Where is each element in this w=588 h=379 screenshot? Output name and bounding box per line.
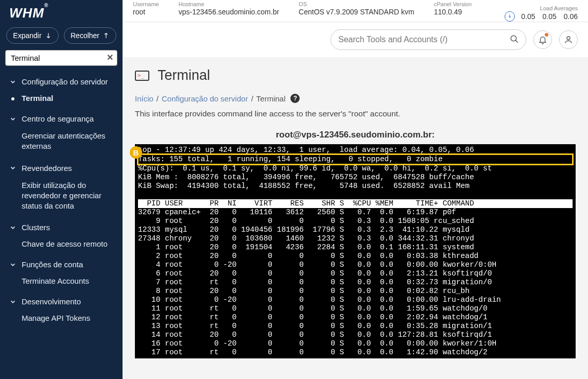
meta-os: OS CentOS v7.9.2009 STANDARD kvm [299, 1, 414, 19]
breadcrumb-section[interactable]: Configuração do servidor [162, 94, 248, 103]
nav-item-label: Manage API Tokens [22, 314, 90, 322]
sidebar: WHM® Expandir Recolher ✕ Configuração do… [0, 0, 123, 379]
nav-item-manage-api-tokens[interactable]: Manage API Tokens [2, 310, 120, 326]
nav-item-label: Terminate Accounts [22, 277, 89, 285]
meta-label: Hostname [179, 1, 279, 7]
user-icon [564, 35, 573, 44]
nav-item-label: Exibir utilização do revendedor e gerenc… [22, 180, 113, 212]
svg-point-0 [511, 36, 516, 41]
terminal-wrap: B top - 12:37:49 up 424 days, 12:33, 1 u… [135, 144, 576, 358]
nav-section-server-config[interactable]: Configuração do servidor [2, 73, 120, 90]
meta-hostname: Hostname vps-123456.seudominio.com.br [179, 1, 279, 19]
main-search [331, 29, 526, 50]
term-line-highlighted: Tasks: 155 total, 1 running, 154 sleepin… [138, 154, 573, 164]
nav-item-manage-external-auth[interactable]: Gerenciar autenticações externas [2, 127, 120, 156]
nav-item-terminate-accounts[interactable]: Terminate Accounts [2, 273, 120, 289]
term-row: 2 root 20 0 0 0 0 S 0.0 0.0 0:03.38 kthr… [138, 252, 478, 260]
terminal-host-label: root@vps-123456.seudominio.com.br: [135, 130, 576, 140]
breadcrumb-sep: / [251, 94, 253, 103]
term-row: 1 root 20 0 191504 4236 2284 S 0.0 0.1 1… [138, 243, 474, 251]
expand-button[interactable]: Expandir [6, 27, 59, 44]
term-row: 9 root 20 0 0 0 0 S 0.3 0.0 1508:05 rcu_… [138, 217, 474, 225]
expand-label: Expandir [13, 31, 41, 40]
nav-item-reseller-usage[interactable]: Exibir utilização do revendedor e gerenc… [2, 177, 120, 215]
breadcrumb-current: Terminal [256, 94, 286, 103]
notifications-button[interactable] [533, 30, 552, 49]
term-header-row: PID USER PR NI VIRT RES SHR S %CPU %MEM … [138, 199, 573, 208]
nav-item-label: Gerenciar autenticações externas [22, 131, 113, 152]
term-row: 4 root 0 -20 0 0 0 S 0.0 0.0 0:00.00 kwo… [138, 261, 496, 269]
collapse-label: Recolher [71, 31, 99, 40]
searchbar-row [123, 22, 588, 57]
download-icon[interactable] [505, 11, 515, 22]
main-search-input[interactable] [331, 29, 526, 50]
nav-item-label: Terminal [22, 94, 53, 102]
meta-label: Load Averages [540, 5, 578, 11]
breadcrumb-home[interactable]: Início [135, 94, 153, 103]
nav-section-clusters[interactable]: Clusters [2, 219, 120, 236]
topbar: Username root Hostname vps-123456.seudom… [123, 0, 588, 22]
nav-section-label: Desenvolvimento [22, 297, 81, 306]
sidebar-search-input[interactable] [5, 50, 117, 66]
nav-section-resellers[interactable]: Revendedores [2, 160, 120, 177]
arrow-down-icon [45, 32, 52, 39]
chevron-down-icon [9, 78, 16, 85]
term-line: top - 12:37:49 up 424 days, 12:33, 1 use… [138, 146, 474, 154]
sidebar-search-wrap: ✕ [0, 50, 123, 73]
main-panel: Username root Hostname vps-123456.seudom… [123, 0, 588, 379]
profile-button[interactable] [559, 30, 578, 49]
chevron-down-icon [9, 261, 16, 268]
chevron-down-icon [9, 298, 16, 305]
notification-dot-icon [545, 33, 548, 37]
term-line: %Cpu(s): 0.1 us, 0.1 sy, 0.0 ni, 99.6 id… [138, 164, 492, 173]
help-icon[interactable]: ? [290, 94, 300, 103]
nav-item-remote-access-key[interactable]: Chave de acesso remoto [2, 236, 120, 252]
term-row: 14 root 20 0 0 0 0 S 0.0 0.0 127:28.81 k… [138, 331, 492, 339]
meta-username: Username root [133, 1, 159, 19]
meta-cpanel-version: cPanel Version 110.0.49 [434, 1, 472, 19]
meta-value: vps-123456.seudominio.com.br [179, 7, 279, 16]
clear-search-icon[interactable]: ✕ [107, 53, 113, 62]
nav-section-label: Revendedores [22, 164, 72, 173]
term-row: 11 root rt 0 0 0 0 S 0.0 0.0 1:59.65 wat… [138, 304, 488, 313]
load-value-2: 0.05 [543, 12, 557, 21]
nav-section-label: Funções de conta [22, 260, 83, 269]
nav-section-security-center[interactable]: Centro de segurança [2, 110, 120, 127]
nav: Configuração do servidor Terminal Centro… [0, 73, 123, 379]
terminal-icon [135, 71, 149, 81]
intro-text: This interface provides command line acc… [135, 109, 576, 118]
sidebar-button-row: Expandir Recolher [0, 27, 123, 50]
chevron-down-icon [9, 115, 16, 123]
load-value-1: 0.05 [521, 12, 535, 21]
term-row: 7 root rt 0 0 0 0 S 0.0 0.0 0:32.73 migr… [138, 278, 492, 286]
meta-value: root [133, 7, 159, 16]
breadcrumb: Início / Configuração do servidor / Term… [135, 94, 576, 103]
sidebar-search-field: ✕ [5, 50, 117, 66]
chevron-down-icon [9, 224, 16, 231]
term-row: 12333 mysql 20 0 1940456 181996 17796 S … [138, 226, 470, 234]
collapse-button[interactable]: Recolher [64, 27, 116, 44]
term-line: KiB Swap: 4194300 total, 4188552 free, 5… [138, 182, 470, 190]
term-row: 17 root rt 0 0 0 0 S 0.0 0.0 1:42.90 wat… [138, 348, 488, 356]
content: Terminal Início / Configuração do servid… [123, 57, 588, 379]
nav-section-account-functions[interactable]: Funções de conta [2, 256, 120, 273]
page-title-row: Terminal [135, 67, 576, 83]
meta-load-averages: Load Averages 0.05 0.05 0.06 [505, 1, 578, 22]
term-line: KiB Mem : 8008276 total, 394996 free, 76… [138, 173, 474, 181]
term-row: 12 root rt 0 0 0 0 S 0.0 0.0 2:02.94 wat… [138, 313, 488, 321]
term-row: 27348 chrony 20 0 103680 1460 1232 S 0.3… [138, 234, 474, 243]
search-icon[interactable] [510, 35, 519, 46]
term-row: 6 root 20 0 0 0 0 S 0.0 0.0 2:13.21 ksof… [138, 269, 492, 278]
term-row: 32679 cpanelc+ 20 0 10116 3612 2560 S 0.… [138, 208, 456, 216]
chevron-down-icon [9, 164, 16, 171]
term-row: 13 root rt 0 0 0 0 S 0.0 0.0 0:35.28 mig… [138, 322, 492, 330]
nav-item-terminal[interactable]: Terminal [2, 90, 120, 106]
page-title: Terminal [158, 67, 210, 83]
nav-section-development[interactable]: Desenvolvimento [2, 293, 120, 310]
annotation-badge-b: B [130, 146, 142, 159]
logo: WHM® [9, 5, 48, 21]
logo-row: WHM® [0, 0, 123, 27]
nav-section-label: Clusters [22, 223, 50, 232]
terminal-output[interactable]: top - 12:37:49 up 424 days, 12:33, 1 use… [135, 144, 576, 358]
logo-text: WHM [9, 5, 44, 21]
